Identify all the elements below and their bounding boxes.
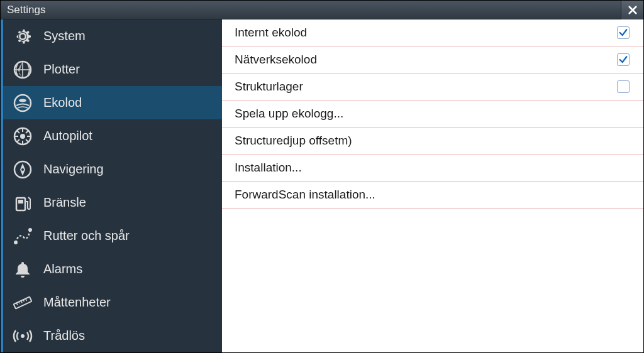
row-label: Structuredjup offsetm) xyxy=(235,134,352,148)
window-title: Settings xyxy=(7,4,45,16)
svg-line-16 xyxy=(26,298,27,301)
sidebar-item-rutter[interactable]: Rutter och spår xyxy=(3,219,222,253)
svg-line-12 xyxy=(16,303,18,305)
sidebar-item-label: System xyxy=(43,29,86,43)
compass-icon xyxy=(12,159,33,180)
sidebar-item-autopilot[interactable]: Autopilot xyxy=(3,119,222,153)
content-panel: Internt ekolod Nätverksekolod Strukt xyxy=(222,19,643,352)
svg-point-2 xyxy=(19,99,26,102)
gear-icon xyxy=(12,26,33,47)
settings-window: Settings System xyxy=(0,0,644,353)
svg-point-9 xyxy=(14,241,18,244)
sidebar-item-label: Måttenheter xyxy=(43,295,111,310)
svg-line-14 xyxy=(21,300,22,303)
close-icon xyxy=(627,4,638,16)
route-icon xyxy=(12,225,33,247)
sidebar-item-label: Autopilot xyxy=(43,129,92,143)
row-label: Strukturlager xyxy=(235,80,303,94)
row-forwardscan-installation[interactable]: ForwardScan installation... xyxy=(222,182,643,209)
sidebar-item-label: Rutter och spår xyxy=(43,229,130,243)
bell-icon xyxy=(12,259,33,280)
row-installation[interactable]: Installation... xyxy=(222,155,643,182)
sidebar-item-navigering[interactable]: Navigering xyxy=(3,153,222,186)
sidebar-item-label: Bränsle xyxy=(43,195,86,210)
row-internt-ekolod[interactable]: Internt ekolod xyxy=(222,19,643,46)
row-label: Nätverksekolod xyxy=(235,53,317,67)
row-label: Spela upp ekologg... xyxy=(235,107,343,121)
row-label: ForwardScan installation... xyxy=(235,188,375,202)
globe-icon xyxy=(12,59,33,80)
wheel-icon xyxy=(12,126,33,147)
sidebar-item-tradlos[interactable]: Trådlös xyxy=(3,319,222,352)
svg-point-4 xyxy=(20,134,25,139)
sidebar-item-mattenheter[interactable]: Måttenheter xyxy=(3,286,222,319)
sidebar: System Plotter xyxy=(1,19,222,352)
sidebar-item-label: Plotter xyxy=(43,62,80,77)
sidebar-item-alarms[interactable]: Alarms xyxy=(3,253,222,286)
checkbox-strukturlager[interactable] xyxy=(617,80,630,93)
row-strukturlager[interactable]: Strukturlager xyxy=(222,73,643,100)
svg-rect-11 xyxy=(14,296,32,308)
check-icon xyxy=(618,28,628,38)
sidebar-item-bransle[interactable]: Bränsle xyxy=(3,186,222,219)
row-natverksekolod[interactable]: Nätverksekolod xyxy=(222,46,643,73)
svg-rect-8 xyxy=(18,200,23,204)
check-icon xyxy=(618,55,628,65)
sidebar-item-label: Navigering xyxy=(43,162,104,176)
close-button[interactable] xyxy=(621,1,643,19)
sidebar-item-system[interactable]: System xyxy=(3,19,222,53)
sidebar-item-label: Alarms xyxy=(43,262,82,276)
ruler-icon xyxy=(12,292,33,313)
sidebar-item-plotter[interactable]: Plotter xyxy=(3,53,222,86)
row-structuredjup-offset[interactable]: Structuredjup offsetm) xyxy=(222,128,643,155)
row-label: Installation... xyxy=(235,161,302,175)
svg-point-17 xyxy=(21,334,25,338)
fuel-icon xyxy=(12,192,33,214)
sonar-icon xyxy=(12,92,33,114)
svg-point-10 xyxy=(28,228,32,232)
titlebar: Settings xyxy=(1,1,643,19)
svg-point-1 xyxy=(14,95,31,111)
row-spela-upp-ekologg[interactable]: Spela upp ekologg... xyxy=(222,100,643,128)
sidebar-item-label: Trådlös xyxy=(43,329,85,343)
sidebar-item-ekolod[interactable]: Ekolod xyxy=(3,86,222,119)
checkbox-natverksekolod[interactable] xyxy=(617,53,630,66)
wireless-icon xyxy=(12,325,33,347)
checkbox-internt-ekolod[interactable] xyxy=(617,26,630,39)
row-label: Internt ekolod xyxy=(235,26,307,40)
window-body: System Plotter xyxy=(1,19,643,352)
sidebar-item-label: Ekolod xyxy=(43,95,82,110)
svg-point-6 xyxy=(21,168,24,171)
